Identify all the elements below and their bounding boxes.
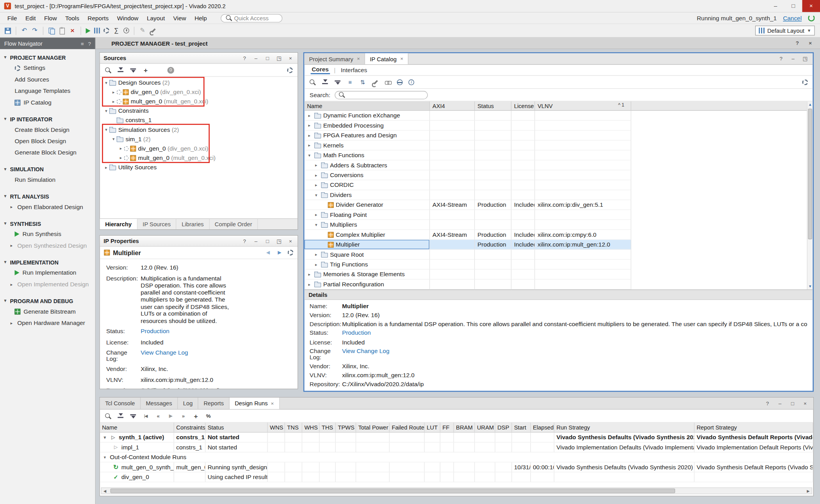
maximize-button[interactable]	[784, 0, 802, 12]
chevron-right-icon[interactable]: ▸	[313, 262, 319, 267]
run-icon[interactable]	[86, 28, 91, 33]
flow-section-header[interactable]: ▾RTL ANALYSIS	[0, 191, 95, 201]
catalog-row[interactable]: ▸Dynamic Function eXchange	[304, 111, 813, 121]
column-header-dsp[interactable]: DSP	[495, 422, 512, 432]
flow-section-header[interactable]: ▾IP INTEGRATOR	[0, 114, 95, 124]
expand-all-icon[interactable]	[334, 79, 341, 85]
catalog-row[interactable]: ▸Embedded Processing	[304, 121, 813, 130]
tab-hierarchy[interactable]: Hierarchy	[100, 219, 137, 229]
float-icon[interactable]	[276, 55, 282, 61]
close-icon[interactable]: ×	[271, 401, 274, 406]
flow-section-header[interactable]: ▾IMPLEMENTATION	[0, 257, 95, 267]
settings-icon[interactable]	[802, 79, 808, 85]
tree-item[interactable]: ▸mult_gen_0 (mult_gen_0.xci)	[100, 97, 298, 106]
tree-item[interactable]: ▾sim_1 (2)	[100, 134, 298, 144]
paste-icon[interactable]	[59, 27, 65, 34]
flow-item-open-block-design[interactable]: Open Block Design	[0, 135, 95, 147]
field-value[interactable]: View Change Log	[342, 348, 808, 360]
vertical-scrollbar[interactable]: ▲ ▼	[807, 101, 813, 289]
close-icon[interactable]	[287, 238, 294, 244]
flow-item-run-synthesis[interactable]: Run Synthesis	[0, 228, 95, 240]
tree-item[interactable]: ▾Design Sources (2)	[100, 78, 298, 87]
forward-icon[interactable]	[276, 249, 283, 256]
catalog-row[interactable]: ▸Conversions	[304, 170, 813, 180]
horizontal-scrollbar[interactable]: ◀ ▶	[101, 488, 812, 494]
chevron-right-icon[interactable]: ▸	[313, 163, 319, 167]
chevron-right-icon[interactable]: ▸	[111, 90, 117, 94]
add-icon[interactable]	[142, 67, 149, 73]
dock-icon[interactable]: ≡	[81, 41, 84, 46]
copy-icon[interactable]	[48, 27, 55, 34]
catalog-row[interactable]: ▸Trig Functions	[304, 260, 813, 270]
search-icon[interactable]	[105, 67, 111, 73]
catalog-row[interactable]: ▸FPGA Features and Design	[304, 131, 813, 140]
catalog-search-input[interactable]	[335, 91, 428, 99]
subtab-interfaces[interactable]: Interfaces	[340, 66, 368, 74]
catalog-row[interactable]: ▸Floating Point	[304, 210, 813, 220]
settings-icon[interactable]	[103, 28, 109, 34]
float-icon[interactable]	[802, 55, 808, 62]
expand-all-icon[interactable]	[130, 67, 136, 73]
column-header-tpws[interactable]: TPWS	[336, 422, 356, 432]
column-header-axi4[interactable]: AXI4	[430, 101, 475, 110]
collapse-all-icon[interactable]	[322, 79, 328, 85]
column-header-status[interactable]: Status	[205, 422, 267, 432]
flow-item-open-implemented-design[interactable]: ▸Open Implemented Design	[0, 279, 95, 290]
timing-icon[interactable]	[123, 28, 129, 34]
menu-tools[interactable]: Tools	[61, 14, 83, 22]
help-icon[interactable]: ?	[88, 41, 91, 46]
column-header-wns[interactable]: WNS	[268, 422, 285, 432]
search-icon[interactable]	[105, 412, 111, 419]
tree-item[interactable]: ▾Simulation Sources (2)	[100, 125, 298, 134]
column-header-constraints[interactable]: Constraints	[174, 422, 205, 432]
catalog-row[interactable]: Complex MultiplierAXI4-StreamProductionI…	[304, 230, 813, 240]
column-header-failed-routes[interactable]: Failed Routes	[390, 422, 425, 432]
settings-icon[interactable]	[287, 67, 293, 73]
menu-reports[interactable]: Reports	[84, 14, 113, 22]
dashboard-icon[interactable]	[94, 28, 100, 34]
minimize-icon[interactable]	[253, 238, 259, 244]
catalog-row[interactable]: ▸Partial Reconfiguration	[304, 280, 813, 289]
field-value[interactable]: View Change Log	[141, 350, 291, 362]
run-row[interactable]: ▾Out-of-Context Module Runs	[100, 453, 813, 462]
add-icon[interactable]	[193, 412, 199, 419]
close-icon[interactable]: ×	[357, 56, 360, 62]
chevron-right-icon[interactable]: ▸	[307, 143, 312, 147]
run-gray-icon[interactable]	[168, 412, 174, 419]
close-icon[interactable]	[802, 400, 808, 406]
scroll-right-icon[interactable]: ▶	[805, 489, 811, 493]
collapse-all-icon[interactable]	[117, 67, 124, 73]
run-row[interactable]: div_gen_0Using cached IP results	[100, 472, 813, 482]
layout-selector[interactable]: Default Layout ▼	[755, 26, 815, 35]
fast-forward-icon[interactable]	[180, 412, 187, 419]
chevron-right-icon[interactable]: ▸	[313, 183, 319, 187]
run-row[interactable]: mult_gen_0_synth_1mult_gen_0Running synt…	[100, 462, 813, 472]
column-header-lut[interactable]: LUT	[425, 422, 440, 432]
help-icon[interactable]	[794, 40, 800, 46]
maximize-icon[interactable]	[789, 400, 796, 406]
chevron-right-icon[interactable]: ▸	[103, 165, 109, 170]
chevron-right-icon[interactable]: ▸	[307, 282, 312, 287]
scroll-down-icon[interactable]: ▼	[808, 283, 813, 289]
menu-help[interactable]: Help	[190, 14, 211, 22]
help-icon[interactable]	[764, 400, 771, 406]
menu-file[interactable]: File	[3, 14, 21, 22]
catalog-row[interactable]: ▾Dividers	[304, 190, 813, 200]
column-header-start[interactable]: Start	[512, 422, 531, 432]
close-icon[interactable]	[807, 40, 814, 46]
menu-layout[interactable]: Layout	[143, 14, 169, 22]
tab-project-summary[interactable]: Project Summary×	[304, 53, 365, 64]
column-header-status[interactable]: Status	[475, 101, 512, 110]
scrollbar-thumb[interactable]	[808, 109, 812, 240]
flow-section-header[interactable]: ▾PROGRAM AND DEBUG	[0, 296, 95, 305]
chevron-down-icon[interactable]: ▾	[103, 127, 109, 132]
edit-icon[interactable]	[139, 27, 146, 34]
chevron-right-icon[interactable]: ▸	[118, 146, 124, 151]
tab-messages[interactable]: Messages	[141, 398, 178, 409]
chevron-down-icon[interactable]: ▾	[313, 222, 319, 227]
catalog-row[interactable]: ▸Adders & Subtracters	[304, 160, 813, 170]
column-header-whs[interactable]: WHS	[302, 422, 319, 432]
sum-icon[interactable]	[113, 27, 119, 34]
delete-icon[interactable]	[69, 27, 76, 34]
run-row[interactable]: ▾synth_1 (active)constrs_1Not startedViv…	[100, 433, 813, 442]
